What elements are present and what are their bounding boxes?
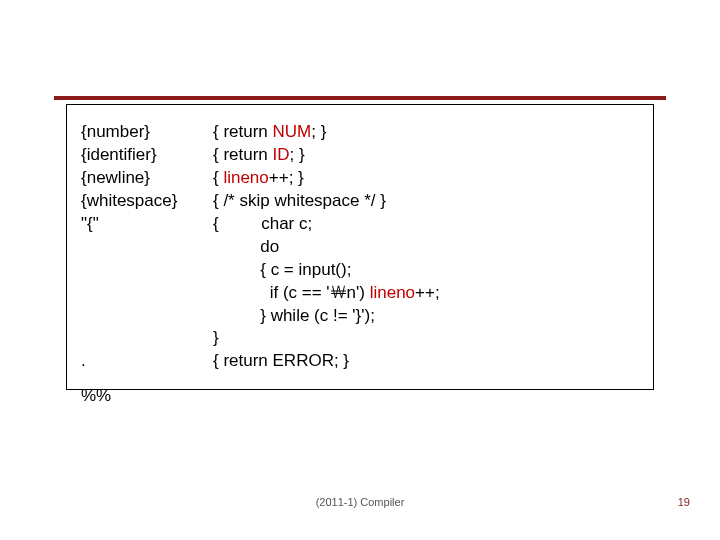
pattern-cell: .	[81, 350, 213, 373]
action-highlight: lineno	[223, 168, 268, 187]
footer-page-number: 19	[678, 496, 690, 508]
action-cell: } while (c != '}');	[213, 305, 375, 328]
action-cell: { return NUM; }	[213, 121, 326, 144]
action-cell: do	[213, 236, 279, 259]
code-row: {identifier}{ return ID; }	[81, 144, 639, 167]
pattern-cell: {whitespace}	[81, 190, 213, 213]
code-row: if (c == '￦n') lineno++;	[81, 282, 639, 305]
action-cell: { lineno++; }	[213, 167, 304, 190]
code-row: } while (c != '}');	[81, 305, 639, 328]
action-pre: do	[213, 237, 279, 256]
action-cell: if (c == '￦n') lineno++;	[213, 282, 440, 305]
end-marker: %%	[81, 385, 639, 408]
action-cell: { return ERROR; }	[213, 350, 349, 373]
action-cell: { char c;	[213, 213, 312, 236]
footer-center: (2011-1) Compiler	[0, 496, 720, 508]
action-cell: { c = input();	[213, 259, 351, 282]
action-pre: { return ERROR; }	[213, 351, 349, 370]
pattern-cell: {identifier}	[81, 144, 213, 167]
action-post: ++;	[415, 283, 440, 302]
code-rows: {number}{ return NUM; }{identifier}{ ret…	[81, 121, 639, 373]
action-cell: { return ID; }	[213, 144, 305, 167]
action-pre: { return	[213, 145, 273, 164]
code-row: {newline}{ lineno++; }	[81, 167, 639, 190]
action-highlight: ID	[273, 145, 290, 164]
action-pre: } while (c != '}');	[213, 306, 375, 325]
action-cell: }	[213, 327, 219, 350]
code-row: }	[81, 327, 639, 350]
action-cell: { /* skip whitespace */ }	[213, 190, 386, 213]
code-row: { c = input();	[81, 259, 639, 282]
action-pre: { return	[213, 122, 273, 141]
action-post: ; }	[311, 122, 326, 141]
action-highlight: lineno	[370, 283, 415, 302]
action-pre: { /* skip whitespace */ }	[213, 191, 386, 210]
code-row: .{ return ERROR; }	[81, 350, 639, 373]
action-pre: if (c == '￦n')	[213, 283, 370, 302]
action-pre: { c = input();	[213, 260, 351, 279]
code-row: do	[81, 236, 639, 259]
pattern-cell: {newline}	[81, 167, 213, 190]
action-pre: }	[213, 328, 219, 347]
slide: {number}{ return NUM; }{identifier}{ ret…	[0, 0, 720, 540]
horizontal-rule	[54, 96, 666, 100]
code-row: {number}{ return NUM; }	[81, 121, 639, 144]
action-pre: { char c;	[213, 214, 312, 233]
pattern-cell: "{"	[81, 213, 213, 236]
action-post: ++; }	[269, 168, 304, 187]
code-box: {number}{ return NUM; }{identifier}{ ret…	[66, 104, 654, 390]
code-row: {whitespace}{ /* skip whitespace */ }	[81, 190, 639, 213]
action-post: ; }	[290, 145, 305, 164]
action-pre: {	[213, 168, 223, 187]
code-row: "{"{ char c;	[81, 213, 639, 236]
action-highlight: NUM	[273, 122, 312, 141]
pattern-cell: {number}	[81, 121, 213, 144]
